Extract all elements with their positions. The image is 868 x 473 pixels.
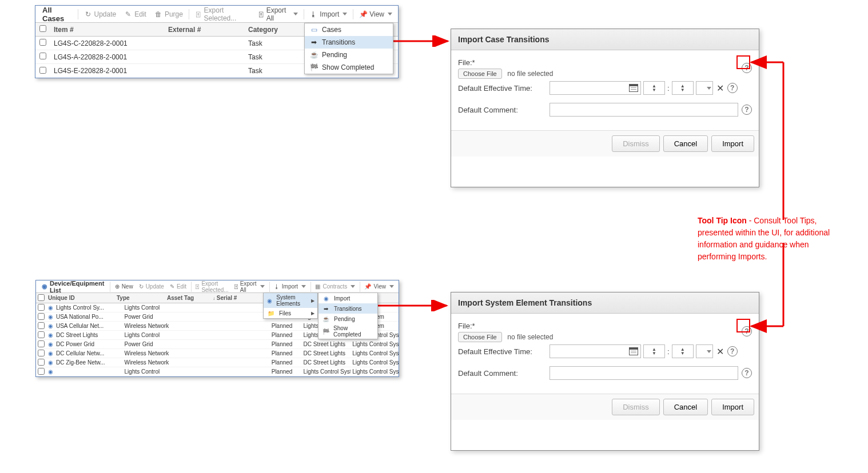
import-button[interactable]: ⭳Import bbox=[306, 9, 351, 19]
chevron-down-icon bbox=[388, 13, 392, 15]
help-icon[interactable]: ? bbox=[727, 346, 738, 356]
chevron-down-icon bbox=[293, 13, 298, 15]
equip-toolbar: ◉Device/Equipment List ⊕New ↻Update ✎Edi… bbox=[36, 280, 399, 293]
menu-import[interactable]: ◉Import bbox=[318, 293, 377, 303]
select-all-checkbox[interactable] bbox=[38, 294, 45, 301]
contracts-icon: ▦ bbox=[315, 283, 320, 290]
cell-item: LG4S-C-220828-2-0001 bbox=[50, 39, 165, 47]
import-confirm-button[interactable]: Import bbox=[711, 135, 754, 152]
menu-system-elements[interactable]: ◉System Elements▶ bbox=[264, 293, 317, 308]
row-checkbox[interactable] bbox=[38, 368, 45, 375]
menu-pending[interactable]: ☕Pending bbox=[305, 49, 393, 61]
row-checkbox[interactable] bbox=[38, 313, 45, 320]
cancel-button[interactable]: Cancel bbox=[663, 399, 708, 415]
date-input[interactable] bbox=[550, 344, 641, 358]
col-type[interactable]: Type bbox=[115, 295, 165, 301]
edit-button[interactable]: ✎Edit bbox=[168, 283, 189, 290]
comment-input[interactable] bbox=[550, 103, 738, 117]
menu-files[interactable]: 📁Files▶ bbox=[264, 308, 317, 318]
clear-time-button[interactable]: ✕ bbox=[715, 83, 725, 94]
table-row[interactable]: ◉ DC Power Grid Power Grid Planned DC St… bbox=[36, 340, 399, 349]
col-category[interactable]: Category bbox=[245, 26, 302, 34]
cell-uid: USA National Po... bbox=[54, 314, 123, 320]
pencil-icon: ✎ bbox=[124, 10, 132, 18]
menu-transitions[interactable]: ➡Transitions bbox=[305, 36, 393, 49]
time-cluster: ▲▼ : ▲▼ ✕ ? bbox=[550, 81, 738, 95]
col-external[interactable]: External # bbox=[165, 26, 245, 34]
update-button[interactable]: ↻Update bbox=[81, 9, 120, 19]
col-serial[interactable]: ↓ Serial # bbox=[211, 295, 262, 301]
cell-type: Lights Control bbox=[123, 304, 173, 311]
table-row[interactable]: ◉ DC Zig-Bee Netw... Wireless Network Pl… bbox=[36, 358, 399, 367]
update-button[interactable]: ↻Update bbox=[137, 283, 166, 290]
cell-type: Power Grid bbox=[123, 314, 173, 320]
choose-file-button[interactable]: Choose File bbox=[458, 332, 502, 342]
row-checkbox[interactable] bbox=[39, 53, 46, 59]
import-system-element-transitions-dialog: Import System Element Transitions File:*… bbox=[451, 292, 759, 451]
row-checkbox[interactable] bbox=[38, 340, 45, 347]
contracts-button[interactable]: ▦Contracts bbox=[313, 283, 357, 290]
new-button[interactable]: ⊕New bbox=[113, 283, 136, 290]
row-checkbox[interactable] bbox=[38, 322, 45, 329]
dismiss-button[interactable]: Dismiss bbox=[612, 399, 660, 415]
node-icon: ◉ bbox=[46, 323, 54, 329]
row-checkbox[interactable] bbox=[38, 359, 45, 366]
export-selected-button[interactable]: ⍐Export Selected... bbox=[192, 5, 253, 23]
help-icon[interactable]: ? bbox=[742, 105, 752, 115]
row-checkbox[interactable] bbox=[39, 39, 46, 46]
purge-button[interactable]: 🗑Purge bbox=[151, 9, 186, 19]
import-confirm-button[interactable]: Import bbox=[711, 399, 754, 415]
help-icon[interactable]: ? bbox=[727, 83, 738, 93]
annotation-connector bbox=[749, 54, 846, 334]
menu-cases[interactable]: ▭Cases bbox=[305, 23, 393, 36]
row-checkbox[interactable] bbox=[39, 67, 46, 74]
date-input[interactable] bbox=[550, 81, 641, 95]
table-row[interactable]: ◉ DC Cellular Netw... Wireless Network P… bbox=[36, 349, 399, 358]
edit-button[interactable]: ✎Edit bbox=[121, 9, 150, 19]
menu-pending[interactable]: ☕Pending bbox=[318, 314, 377, 324]
export-icon: ⍐ bbox=[196, 283, 199, 290]
comment-input[interactable] bbox=[550, 366, 738, 380]
help-icon[interactable]: ? bbox=[742, 368, 752, 378]
ampm-select[interactable] bbox=[696, 81, 713, 95]
row-checkbox[interactable] bbox=[38, 331, 45, 338]
hour-spinner[interactable]: ▲▼ bbox=[643, 344, 665, 358]
view-button[interactable]: 📌View bbox=[362, 283, 396, 290]
cell-type: Power Grid bbox=[123, 341, 173, 347]
default-comment-label: Default Comment: bbox=[458, 106, 550, 114]
cell-uid: Lights Control Sy... bbox=[54, 304, 123, 311]
cases-title: All Cases bbox=[38, 6, 75, 23]
export-selected-button[interactable]: ⍐Export Selected... bbox=[193, 280, 230, 294]
import-button[interactable]: ⭳Import bbox=[272, 283, 308, 290]
menu-transitions[interactable]: ➡Transitions bbox=[318, 303, 377, 314]
col-uid[interactable]: Unique ID bbox=[46, 295, 115, 301]
select-all-checkbox[interactable] bbox=[39, 25, 46, 32]
menu-show-completed[interactable]: 🏁Show Completed bbox=[305, 61, 393, 74]
export-all-button[interactable]: ⍐Export All bbox=[254, 5, 301, 23]
cancel-button[interactable]: Cancel bbox=[663, 135, 708, 152]
cases-toolbar: All Cases ↻Update ✎Edit 🗑Purge ⍐Export S… bbox=[35, 6, 398, 23]
chevron-down-icon bbox=[343, 13, 347, 15]
arrow-right-icon: ➡ bbox=[309, 38, 318, 46]
export-all-button[interactable]: ⍐Export All bbox=[232, 280, 267, 294]
menu-show-completed[interactable]: 🏁Show Completed bbox=[318, 324, 377, 339]
hour-spinner[interactable]: ▲▼ bbox=[643, 81, 665, 95]
pushpin-icon: 📌 bbox=[359, 10, 367, 18]
view-button[interactable]: 📌View bbox=[356, 9, 396, 19]
row-checkbox[interactable] bbox=[38, 350, 45, 356]
col-asset[interactable]: Asset Tag bbox=[165, 295, 211, 301]
choose-file-button[interactable]: Choose File bbox=[458, 69, 502, 79]
clear-time-button[interactable]: ✕ bbox=[715, 346, 725, 357]
cell-uid: USA Cellular Net... bbox=[54, 323, 123, 329]
plus-icon: ⊕ bbox=[115, 283, 120, 290]
table-row[interactable]: ◉ Lights Control Planned Lights Control … bbox=[36, 367, 399, 376]
minute-spinner[interactable]: ▲▼ bbox=[672, 344, 694, 358]
dismiss-button[interactable]: Dismiss bbox=[612, 135, 660, 152]
dialog2-title: Import System Element Transitions bbox=[451, 292, 759, 314]
ampm-select[interactable] bbox=[696, 344, 713, 358]
row-checkbox[interactable] bbox=[38, 304, 45, 311]
folder-icon: 📁 bbox=[266, 309, 276, 317]
minute-spinner[interactable]: ▲▼ bbox=[672, 81, 694, 95]
col-item[interactable]: Item # bbox=[50, 26, 165, 34]
node-icon: ◉ bbox=[46, 350, 54, 356]
